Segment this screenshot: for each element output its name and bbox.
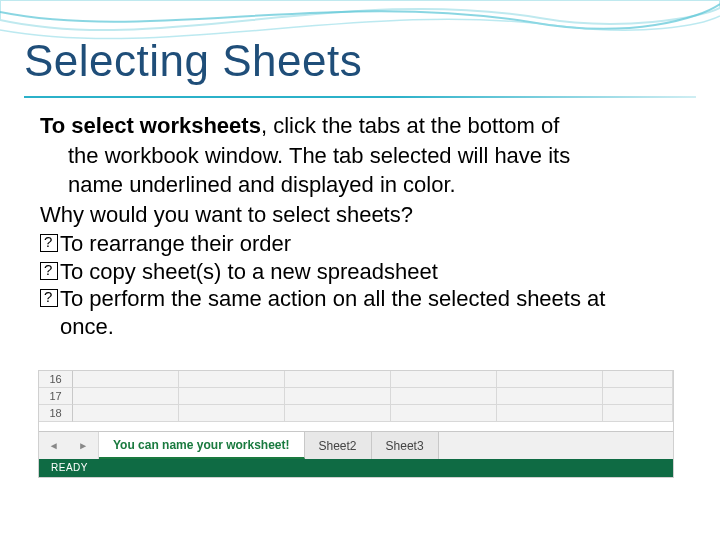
cell (603, 405, 673, 422)
row-header: 17 (39, 388, 73, 405)
slide-title: Selecting Sheets (24, 36, 362, 86)
cell (179, 371, 285, 388)
tab-nav-arrows[interactable]: ◄ ► (39, 432, 99, 459)
sheet-tab-bar: ◄ ► You can name your worksheet! Sheet2 … (39, 431, 673, 459)
body-line-2: the workbook window. The tab selected wi… (40, 142, 680, 170)
cell (285, 371, 391, 388)
cell (285, 405, 391, 422)
cell (497, 371, 603, 388)
cell (73, 405, 179, 422)
cell (73, 371, 179, 388)
bullet-item: To perform the same action on all the se… (40, 285, 680, 340)
cell (179, 405, 285, 422)
row-header: 18 (39, 405, 73, 422)
bullet-text: To rearrange their order (60, 230, 291, 258)
sheet-tab-active[interactable]: You can name your worksheet! (99, 432, 305, 459)
cell (391, 371, 497, 388)
cell (603, 388, 673, 405)
cell (603, 371, 673, 388)
sheet-tab[interactable]: Sheet2 (305, 432, 372, 459)
cell (497, 388, 603, 405)
bullet-icon (40, 289, 58, 307)
bullet-text: To perform the same action on all the se… (60, 285, 660, 340)
lead-rest: , click the tabs at the bottom of (261, 113, 559, 138)
excel-status-bar: READY (39, 459, 673, 477)
cell (73, 388, 179, 405)
nav-prev-icon[interactable]: ◄ (49, 440, 59, 451)
cell (391, 405, 497, 422)
bullet-icon (40, 262, 58, 280)
cell (391, 388, 497, 405)
cell (497, 405, 603, 422)
cell (179, 388, 285, 405)
body-question: Why would you want to select sheets? (40, 201, 680, 229)
slide-body: To select worksheets, click the tabs at … (40, 112, 680, 340)
sheet-tab[interactable]: Sheet3 (372, 432, 439, 459)
bullet-item: To rearrange their order (40, 230, 680, 258)
excel-screenshot: 16 17 18 ◄ ► You can name your worksheet… (38, 370, 674, 478)
lead-bold: To select worksheets (40, 113, 261, 138)
body-line-3: name underlined and displayed in color. (40, 171, 680, 199)
bullet-icon (40, 234, 58, 252)
cell (285, 388, 391, 405)
nav-next-icon[interactable]: ► (78, 440, 88, 451)
bullet-item: To copy sheet(s) to a new spreadsheet (40, 258, 680, 286)
bullet-text: To copy sheet(s) to a new spreadsheet (60, 258, 438, 286)
row-header: 16 (39, 371, 73, 388)
title-underline (24, 96, 696, 98)
